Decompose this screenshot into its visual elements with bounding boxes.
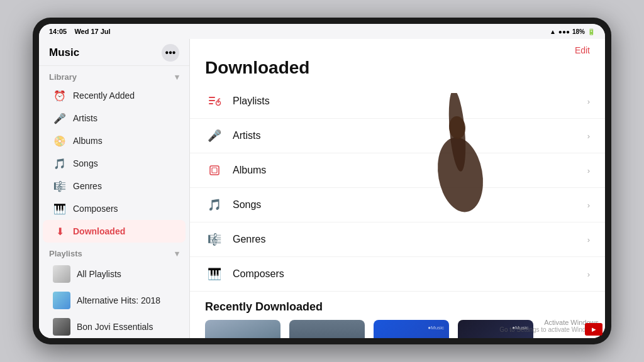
genre-icon: 🎼 (53, 179, 67, 193)
chevron-right-icon-genres: › (587, 235, 590, 244)
signal-icon: ●●● (558, 28, 570, 35)
sidebar-menu-button[interactable]: ••• (162, 44, 179, 62)
ipad-device: 14:05 Wed 17 Jul ▲ ●●● 18% 🔋 Music ••• (33, 18, 611, 344)
album-art-rnb: ●Music R&B (374, 320, 449, 338)
mic-icon: 🎤 (53, 111, 67, 125)
album-art-essentials: ●Music Essentials (458, 320, 533, 338)
song-icon: 🎵 (53, 156, 67, 170)
sidebar-item-downloaded[interactable]: ⬇ Downloaded (43, 220, 186, 243)
chevron-right-icon: › (587, 97, 590, 106)
svg-rect-6 (210, 166, 219, 175)
album-card-rnb[interactable]: ●Music R&B V R&B Apple Music (374, 320, 449, 338)
sidebar: Music ••• Library ▾ ⏰ Recently Added 🎤 A (39, 39, 190, 338)
chevron-down-icon: ▾ (175, 72, 179, 82)
wifi-icon: ▲ (550, 28, 556, 35)
sidebar-item-artists[interactable]: 🎤 Artists (43, 107, 186, 129)
album-icon: 📀 (53, 134, 67, 148)
sidebar-item-albums[interactable]: 📀 Albums (43, 129, 186, 152)
album-card-hope[interactable]: HOPE NF (289, 320, 365, 338)
sidebar-item-all-playlists[interactable]: All Playlists (43, 261, 186, 287)
genres-list-icon: 🎼 (205, 230, 224, 249)
status-right: ▲ ●●● 18% 🔋 (550, 28, 595, 35)
status-time: 14:05 Wed 17 Jul (49, 28, 111, 35)
clock-icon: ⏰ (53, 89, 67, 102)
edit-button[interactable]: Edit (575, 45, 590, 55)
svg-line-5 (218, 99, 220, 99)
albums-row: CLOUDS (THE MIXTAPE) NF HOPE NF (190, 320, 605, 338)
list-row-composers[interactable]: 🎹 Composers › (190, 257, 605, 292)
album-card-clouds[interactable]: CLOUDS (THE MIXTAPE) NF (205, 320, 280, 338)
recently-downloaded-title: Recently Downloaded (190, 292, 605, 320)
list-row-songs[interactable]: 🎵 Songs › (190, 188, 605, 222)
app-content: Music ••• Library ▾ ⏰ Recently Added 🎤 A (39, 39, 605, 338)
chevron-right-icon-composers: › (587, 270, 590, 279)
sidebar-item-songs[interactable]: 🎵 Songs (43, 152, 186, 175)
list-row-artists[interactable]: 🎤 Artists › (190, 119, 605, 153)
album-art-hope (289, 320, 365, 338)
dots-icon: ••• (165, 47, 176, 58)
chevron-down-icon-playlists: ▾ (175, 249, 179, 258)
sidebar-title: Music (49, 47, 79, 59)
playlists-section-label: Playlists ▾ (39, 243, 189, 261)
date-label: Wed 17 Jul (74, 28, 110, 35)
red-badge: ▶ (585, 323, 602, 336)
svg-rect-2 (209, 103, 213, 104)
chevron-right-icon-artists: › (587, 131, 590, 141)
composers-list-icon: 🎹 (205, 265, 224, 283)
artists-list-icon: 🎤 (205, 126, 224, 145)
sidebar-item-composers[interactable]: 🎹 Composers (43, 197, 186, 220)
svg-rect-0 (209, 97, 215, 98)
alt-hits-thumb (53, 292, 70, 309)
chevron-right-icon-albums: › (587, 166, 590, 175)
list-row-genres[interactable]: 🎼 Genres › (190, 222, 605, 257)
page-title: Downloaded (190, 58, 605, 84)
sidebar-item-bon-jovi[interactable]: Bon Jovi Essentials (43, 314, 186, 338)
time-label: 14:05 (49, 28, 67, 35)
all-playlists-thumb (53, 265, 70, 283)
screen: 14:05 Wed 17 Jul ▲ ●●● 18% 🔋 Music ••• (39, 24, 605, 338)
playlists-list-icon (205, 92, 224, 111)
battery-label: 18% (572, 28, 585, 35)
svg-rect-7 (212, 168, 217, 173)
battery-icon: 🔋 (587, 28, 595, 35)
albums-list-icon (205, 161, 224, 180)
main-panel: Edit Downloaded (190, 39, 605, 338)
badge-label: ▶ (592, 327, 596, 332)
sidebar-item-recently-added[interactable]: ⏰ Recently Added (43, 84, 186, 107)
list-row-playlists[interactable]: Playlists › (190, 84, 605, 119)
download-icon: ⬇ (53, 224, 67, 238)
sidebar-header: Music ••• (39, 39, 189, 66)
album-art-clouds (205, 320, 280, 338)
chevron-right-icon-songs: › (587, 200, 590, 210)
status-bar: 14:05 Wed 17 Jul ▲ ●●● 18% 🔋 (39, 24, 605, 39)
main-header: Edit (190, 39, 605, 58)
songs-list-icon: 🎵 (205, 195, 224, 214)
composer-icon: 🎹 (53, 202, 67, 216)
album-card-essentials[interactable]: ●Music Essentials Essentials Rock (458, 320, 533, 338)
sidebar-item-alternative-hits[interactable]: Alternative Hits: 2018 (43, 287, 186, 314)
sidebar-item-genres[interactable]: 🎼 Genres (43, 175, 186, 197)
bon-jovi-thumb (53, 318, 70, 336)
svg-rect-1 (209, 100, 215, 101)
library-section-label: Library ▾ (39, 66, 189, 84)
list-row-albums[interactable]: Albums › (190, 153, 605, 188)
